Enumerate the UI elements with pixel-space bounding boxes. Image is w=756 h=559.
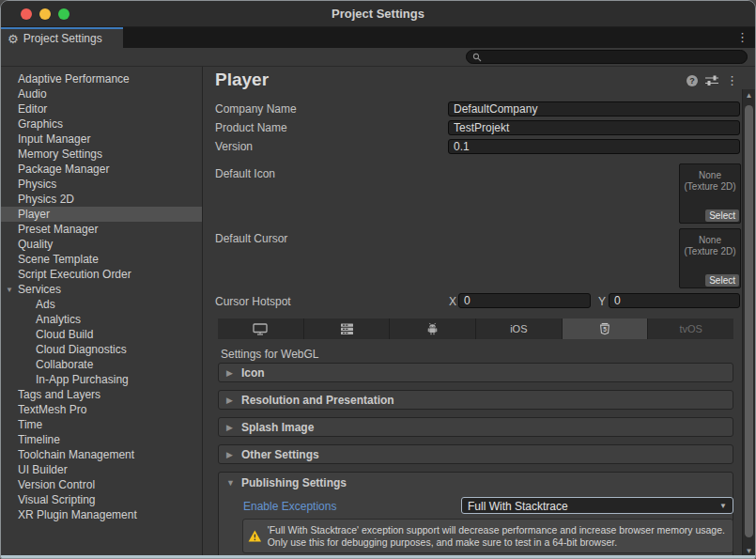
- sidebar-item[interactable]: ▼Package Manager: [1, 162, 202, 177]
- sidebar-item-label: UI Builder: [18, 463, 68, 476]
- sidebar-item-label: Analytics: [36, 313, 81, 326]
- platform-tab-desktop[interactable]: [218, 318, 304, 339]
- svg-text:5: 5: [603, 326, 607, 333]
- toolbar: [1, 48, 755, 67]
- platform-tab-dedicated-server[interactable]: [304, 318, 391, 339]
- project-settings-window: Project Settings ⚙ Project Settings ⋮ ▼A…: [0, 0, 756, 559]
- field-input[interactable]: [448, 101, 740, 116]
- cursor-hotspot-label: Cursor Hotspot: [215, 295, 291, 308]
- settings-sidebar: ▼Adaptive Performance ▼Audio ▼Editor ▼Gr…: [1, 67, 203, 558]
- scroll-down-arrow[interactable]: ▼: [743, 547, 755, 555]
- sidebar-item[interactable]: ▼Input Manager: [1, 132, 202, 147]
- sidebar-item-label: Editor: [18, 102, 47, 116]
- sidebar-item[interactable]: ▼Analytics: [1, 312, 202, 327]
- tabstrip-menu-icon[interactable]: ⋮: [736, 30, 748, 44]
- sidebar-item-label: TextMesh Pro: [18, 403, 86, 416]
- warning-help-box: 'Full With Stacktrace' exception support…: [242, 519, 733, 553]
- sidebar-item[interactable]: ▼Physics: [1, 177, 202, 192]
- sidebar-item[interactable]: ▼Editor: [1, 101, 202, 116]
- foldout-collapsed-icon: ▶: [226, 423, 233, 432]
- section-title: Splash Image: [241, 421, 314, 434]
- help-icon[interactable]: ?: [687, 75, 698, 86]
- section-title: Publishing Settings: [241, 476, 347, 489]
- default-cursor-object-field[interactable]: None (Texture 2D) Select: [679, 228, 741, 288]
- sidebar-item[interactable]: ▼Cloud Diagnostics: [1, 342, 202, 357]
- sidebar-item[interactable]: ▼Visual Scripting: [1, 492, 202, 507]
- select-button[interactable]: Select: [705, 274, 739, 287]
- sidebar-item[interactable]: ▼Physics 2D: [1, 192, 202, 207]
- preset-sliders-icon[interactable]: [705, 75, 718, 86]
- platform-tab-ios[interactable]: iOS: [476, 318, 563, 339]
- hotspot-y-input[interactable]: [609, 293, 740, 308]
- sidebar-item[interactable]: ▼UI Builder: [1, 462, 202, 477]
- sidebar-item[interactable]: ▼XR Plugin Management: [1, 507, 202, 522]
- sidebar-item-label: Cloud Build: [36, 328, 93, 341]
- section-header[interactable]: ▶ Icon: [218, 363, 733, 382]
- sidebar-item-label: Scene Template: [18, 253, 99, 266]
- search-box[interactable]: [466, 50, 748, 64]
- tab-project-settings[interactable]: ⚙ Project Settings: [1, 27, 123, 48]
- hotspot-x-input[interactable]: [458, 293, 591, 308]
- sidebar-item-label: Ads: [36, 298, 55, 311]
- tvos-tab-label: tvOS: [679, 323, 702, 334]
- object-type: (Texture 2D): [680, 181, 740, 193]
- section-header[interactable]: ▶ Other Settings: [218, 444, 733, 464]
- sidebar-item[interactable]: ▼Collaborate: [1, 357, 202, 372]
- sidebar-item-label: Adaptive Performance: [18, 72, 130, 85]
- enable-exceptions-label: Enable Exceptions: [243, 500, 336, 513]
- default-icon-object-field[interactable]: None (Texture 2D) Select: [679, 163, 741, 224]
- sidebar-item[interactable]: ▼Memory Settings: [1, 147, 202, 162]
- sidebar-item[interactable]: ▼Time: [1, 417, 202, 432]
- sidebar-item[interactable]: ▼Toolchain Management: [1, 447, 202, 462]
- scroll-up-arrow[interactable]: ▲: [743, 91, 755, 100]
- section-title: Other Settings: [241, 448, 319, 461]
- content: ▼Adaptive Performance ▼Audio ▼Editor ▼Gr…: [1, 67, 755, 558]
- platform-tab-webgl[interactable]: 5: [563, 318, 649, 339]
- sidebar-item[interactable]: ▼Quality: [1, 237, 202, 252]
- sidebar-item[interactable]: ▼Player: [1, 207, 202, 222]
- section-title: Icon: [241, 366, 265, 380]
- field-label: Product Name: [215, 121, 287, 134]
- select-button[interactable]: Select: [705, 210, 739, 222]
- sidebar-item-label: In-App Purchasing: [36, 373, 129, 386]
- sidebar-item[interactable]: ▼In-App Purchasing: [1, 372, 202, 387]
- scrollbar-thumb[interactable]: [745, 105, 753, 537]
- header-icons: ? ⋮: [687, 74, 738, 86]
- sidebar-item[interactable]: ▼Audio: [1, 86, 202, 101]
- sidebar-item[interactable]: ▼Script Execution Order: [1, 267, 202, 282]
- hotspot-x-label: X: [449, 295, 456, 308]
- sidebar-item[interactable]: ▼Ads: [1, 297, 202, 312]
- monitor-icon: [253, 323, 268, 335]
- sidebar-item[interactable]: ▼Scene Template: [1, 252, 202, 267]
- sidebar-item-label: Quality: [18, 238, 53, 251]
- ios-tab-label: iOS: [510, 323, 527, 334]
- field-row: Version: [203, 138, 755, 157]
- field-input[interactable]: [448, 139, 740, 154]
- sidebar-item[interactable]: ▼Preset Manager: [1, 222, 202, 237]
- search-input[interactable]: [486, 51, 741, 63]
- html5-shield-icon: 5: [598, 322, 611, 336]
- platform-tab-tvos[interactable]: tvOS: [648, 318, 733, 339]
- sidebar-item[interactable]: ▼Timeline: [1, 432, 202, 447]
- section-header[interactable]: ▶ Resolution and Presentation: [218, 390, 733, 410]
- dropdown-value: Full With Stacktrace: [468, 500, 568, 513]
- sidebar-item[interactable]: ▼Version Control: [1, 477, 202, 492]
- sidebar-item-label: Preset Manager: [18, 223, 98, 236]
- enable-exceptions-dropdown[interactable]: Full With Stacktrace ▼: [461, 497, 733, 514]
- sidebar-item[interactable]: ▼TextMesh Pro: [1, 402, 202, 417]
- field-input[interactable]: [448, 120, 740, 135]
- context-menu-icon[interactable]: ⋮: [726, 74, 738, 86]
- section-header[interactable]: ▶ Splash Image: [218, 417, 733, 437]
- sidebar-item[interactable]: ▼Cloud Build: [1, 327, 202, 342]
- sidebar-item[interactable]: ▼Adaptive Performance: [1, 71, 202, 86]
- object-type: (Texture 2D): [680, 246, 740, 257]
- sidebar-item-label: Physics 2D: [18, 193, 74, 206]
- sidebar-item[interactable]: ▼Tags and Layers: [1, 387, 202, 402]
- sidebar-item[interactable]: ▼Services: [1, 282, 202, 297]
- field-label: Version: [215, 140, 253, 153]
- sidebar-item[interactable]: ▼Graphics: [1, 116, 202, 132]
- object-none-value: None: [680, 234, 740, 246]
- gear-icon: ⚙: [8, 33, 19, 45]
- foldout-expanded-icon[interactable]: ▼: [226, 478, 235, 488]
- platform-tab-android[interactable]: [390, 318, 476, 339]
